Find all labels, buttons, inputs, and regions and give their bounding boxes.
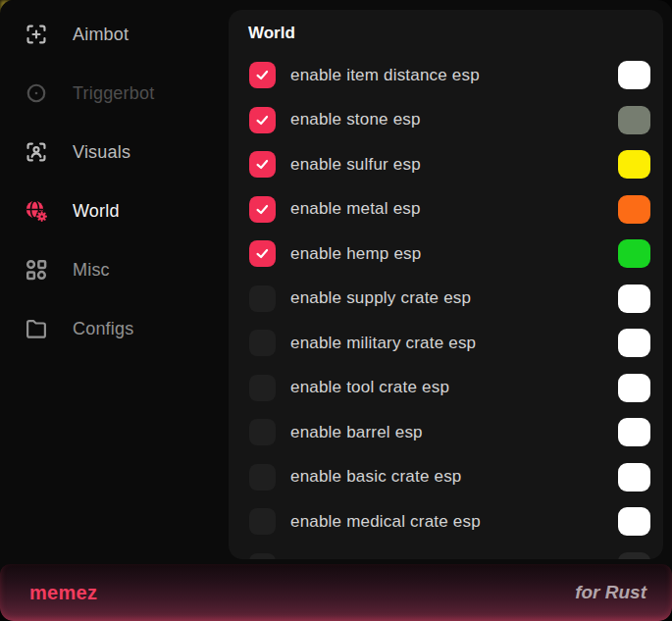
triggerbot-circle-icon <box>24 80 49 106</box>
esp-row-enable-basic-crate-esp: enable basic crate esp <box>229 455 663 500</box>
esp-color-swatch[interactable] <box>618 239 650 268</box>
esp-label: enable item distance esp <box>290 66 480 85</box>
esp-row-enable-medical-crate-esp: enable medical crate esp <box>229 499 663 544</box>
esp-color-swatch[interactable] <box>618 329 650 357</box>
sidebar-item-label: Configs <box>73 319 133 339</box>
configs-folder-icon <box>24 316 49 341</box>
esp-label: enable stone esp <box>290 110 421 129</box>
esp-label: enable supply crate esp <box>290 288 471 308</box>
esp-label: enable hemp esp <box>290 244 421 264</box>
esp-color-swatch[interactable] <box>618 552 650 559</box>
misc-shapes-icon <box>24 257 49 283</box>
checkmark-icon <box>254 67 271 83</box>
esp-label: enable sulfur esp <box>290 155 421 175</box>
checkmark-icon <box>254 201 271 218</box>
panel-title: World <box>248 24 295 43</box>
esp-label: enable tool crate esp <box>290 378 449 397</box>
world-globe-gear-icon <box>24 198 49 224</box>
brand-text: memez <box>29 582 97 604</box>
sidebar: Aimbot Triggerbot Visuals World Misc Con… <box>0 5 229 358</box>
esp-checkbox[interactable] <box>249 240 276 267</box>
esp-color-swatch[interactable] <box>618 463 650 492</box>
esp-checkbox[interactable] <box>249 508 276 535</box>
esp-checkbox[interactable] <box>249 553 276 559</box>
esp-checkbox[interactable] <box>249 330 276 356</box>
esp-row-enable-metal-esp: enable metal esp <box>229 187 663 233</box>
esp-row-enable-military-crate-esp: enable military crate esp <box>229 321 663 366</box>
esp-color-swatch[interactable] <box>618 507 650 536</box>
esp-checkbox[interactable] <box>249 285 276 312</box>
checkmark-icon <box>254 156 271 173</box>
menu-window: Aimbot Triggerbot Visuals World Misc Con… <box>0 0 672 621</box>
sidebar-item-triggerbot[interactable]: Triggerbot <box>0 64 229 123</box>
checkmark-icon <box>254 112 271 129</box>
footer-bar: memez for Rust <box>0 564 672 621</box>
sidebar-item-label: World <box>73 201 120 222</box>
sidebar-item-label: Triggerbot <box>73 83 154 104</box>
checkmark-icon <box>254 245 271 262</box>
sidebar-item-label: Aimbot <box>73 25 129 45</box>
sidebar-item-misc[interactable]: Misc <box>0 240 229 299</box>
screen: Aimbot Triggerbot Visuals World Misc Con… <box>0 0 672 621</box>
esp-label: enable basic crate esp <box>290 467 462 487</box>
esp-color-swatch[interactable] <box>618 195 650 224</box>
esp-checkbox[interactable] <box>249 464 276 491</box>
esp-checkbox[interactable] <box>249 151 276 178</box>
esp-label: enable metal esp <box>290 199 421 219</box>
esp-row-list: enable item distance esp enable stone es… <box>229 53 663 559</box>
sidebar-item-world[interactable]: World <box>0 181 229 240</box>
esp-row-row <box>229 544 663 560</box>
esp-label: enable military crate esp <box>290 334 476 353</box>
tagline-text: for Rust <box>575 582 646 603</box>
esp-label: enable medical crate esp <box>290 512 481 532</box>
esp-checkbox[interactable] <box>249 419 276 445</box>
esp-color-swatch[interactable] <box>618 61 650 89</box>
sidebar-item-configs[interactable]: Configs <box>0 299 229 358</box>
esp-color-swatch[interactable] <box>618 150 650 179</box>
esp-color-swatch[interactable] <box>618 106 650 134</box>
esp-row-enable-barrel-esp: enable barrel esp <box>229 410 663 455</box>
esp-row-enable-hemp-esp: enable hemp esp <box>229 232 663 277</box>
esp-color-swatch[interactable] <box>618 374 650 402</box>
esp-row-enable-stone-esp: enable stone esp <box>229 98 663 143</box>
sidebar-item-label: Misc <box>73 260 110 281</box>
esp-row-enable-supply-crate-esp: enable supply crate esp <box>229 277 663 322</box>
esp-row-enable-sulfur-esp: enable sulfur esp <box>229 142 663 187</box>
sidebar-item-label: Visuals <box>73 142 130 163</box>
visuals-scan-person-icon <box>24 139 49 165</box>
esp-checkbox[interactable] <box>249 62 276 88</box>
esp-color-swatch[interactable] <box>618 285 650 313</box>
esp-checkbox[interactable] <box>249 107 276 133</box>
settings-panel: World enable item distance esp enable st… <box>229 10 663 559</box>
aimbot-crosshair-icon <box>24 22 49 47</box>
esp-label: enable barrel esp <box>290 423 423 442</box>
sidebar-item-visuals[interactable]: Visuals <box>0 123 229 181</box>
esp-row-enable-tool-crate-esp: enable tool crate esp <box>229 366 663 411</box>
esp-row-enable-item-distance-esp: enable item distance esp <box>229 53 663 98</box>
esp-color-swatch[interactable] <box>618 418 650 446</box>
sidebar-item-aimbot[interactable]: Aimbot <box>0 5 229 64</box>
esp-checkbox[interactable] <box>249 196 276 223</box>
esp-checkbox[interactable] <box>249 375 276 401</box>
